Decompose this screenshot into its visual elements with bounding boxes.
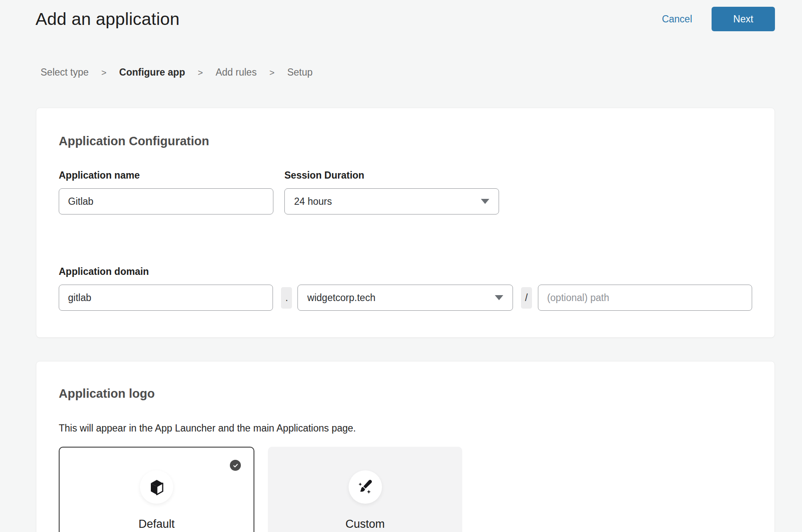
- step-select-type[interactable]: Select type: [41, 67, 89, 78]
- domain-select-value: widgetcorp.tech: [307, 292, 494, 304]
- breadcrumb-separator: >: [198, 68, 203, 78]
- application-domain-row: . widgetcorp.tech /: [59, 285, 752, 311]
- logo-option-label: Default: [139, 518, 175, 531]
- session-duration-field-group: Session Duration 24 hours: [284, 169, 499, 214]
- chevron-down-icon: [481, 199, 489, 204]
- check-icon: [232, 462, 239, 469]
- page-title: Add an application: [35, 9, 662, 29]
- application-name-label: Application name: [59, 169, 273, 181]
- path-input[interactable]: [538, 285, 752, 311]
- page-header: Add an application Cancel Next: [0, 0, 802, 31]
- cancel-button[interactable]: Cancel: [662, 14, 692, 25]
- paintbrush-icon: [355, 478, 375, 497]
- step-add-rules[interactable]: Add rules: [216, 67, 256, 78]
- dot-separator: .: [281, 287, 292, 309]
- application-name-field-group: Application name: [59, 169, 273, 214]
- cube-icon: [148, 478, 166, 496]
- application-domain-label: Application domain: [59, 266, 752, 277]
- session-duration-label: Session Duration: [284, 169, 499, 181]
- application-logo-card: Application logo This will appear in the…: [36, 361, 775, 532]
- name-duration-row: Application name Session Duration 24 hou…: [59, 169, 752, 214]
- logo-option-custom[interactable]: Custom: [268, 447, 462, 532]
- logo-card-heading: Application logo: [59, 386, 752, 401]
- application-configuration-card: Application Configuration Application na…: [36, 108, 775, 338]
- application-name-input[interactable]: [59, 188, 273, 214]
- subdomain-input[interactable]: [59, 285, 273, 311]
- logo-option-default[interactable]: Default: [59, 447, 254, 532]
- breadcrumb-separator: >: [269, 68, 274, 78]
- step-setup[interactable]: Setup: [287, 67, 313, 78]
- chevron-down-icon: [495, 295, 503, 300]
- selected-check-badge: [230, 460, 241, 471]
- domain-select[interactable]: widgetcorp.tech: [297, 285, 513, 311]
- slash-separator: /: [521, 287, 532, 309]
- logo-option-label: Custom: [345, 518, 385, 531]
- next-button[interactable]: Next: [712, 7, 775, 31]
- custom-logo-circle: [349, 470, 382, 504]
- logo-card-description: This will appear in the App Launcher and…: [59, 422, 752, 434]
- session-duration-select[interactable]: 24 hours: [284, 188, 499, 214]
- config-card-heading: Application Configuration: [59, 133, 752, 149]
- application-domain-field-group: Application domain . widgetcorp.tech /: [59, 266, 752, 311]
- wizard-breadcrumb: Select type > Configure app > Add rules …: [41, 67, 802, 78]
- step-configure-app[interactable]: Configure app: [119, 67, 185, 78]
- default-logo-circle: [140, 470, 173, 504]
- logo-options-row: Default Custom: [59, 447, 752, 532]
- session-duration-value: 24 hours: [294, 196, 481, 207]
- breadcrumb-separator: >: [101, 68, 106, 78]
